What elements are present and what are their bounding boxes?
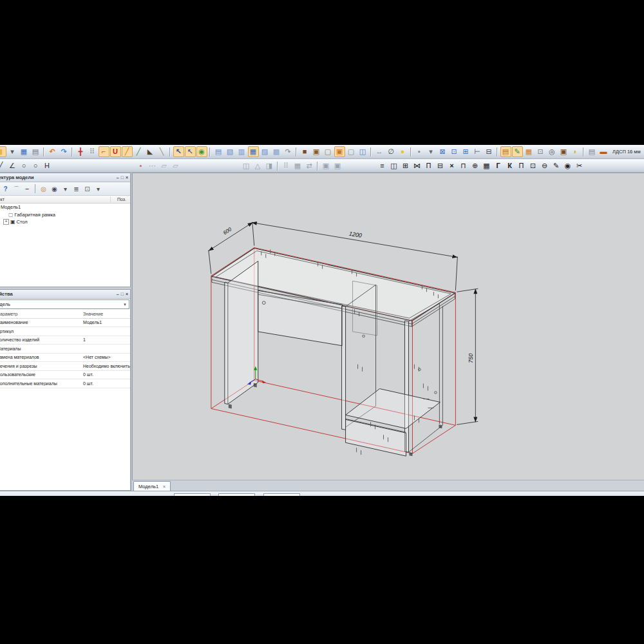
caret-icon[interactable]: ▾ bbox=[426, 146, 437, 157]
cutting-map-icon[interactable]: ▦ bbox=[481, 160, 492, 171]
swap-icon[interactable]: ⇄ bbox=[304, 160, 315, 171]
disable-icon[interactable]: ∅ bbox=[386, 146, 397, 157]
solid-edges-icon[interactable]: ▣ bbox=[311, 146, 322, 157]
eye-icon[interactable]: ◉ bbox=[562, 160, 573, 171]
window-new-icon[interactable]: ⊞ bbox=[460, 146, 471, 157]
y-coordinate-input[interactable]: 688.6 bbox=[218, 493, 255, 496]
select-icon[interactable]: ↖ bbox=[173, 146, 184, 157]
property-row[interactable]: Наименование Модель1 bbox=[0, 319, 130, 328]
select-box-icon[interactable]: ↖ bbox=[185, 146, 196, 157]
view-side-icon[interactable]: ▥ bbox=[236, 146, 247, 157]
tree-item-table[interactable]: + ▣ Стол bbox=[0, 218, 130, 226]
line-tool-icon[interactable]: ╱ bbox=[0, 160, 6, 171]
solid-view-icon[interactable]: ■ bbox=[299, 146, 310, 157]
cube-ghost-icon[interactable]: ▱ bbox=[158, 160, 169, 171]
array-icon[interactable]: ⠿ bbox=[281, 160, 292, 171]
close-button[interactable]: × bbox=[126, 291, 128, 297]
property-row[interactable]: Пользовательские 0 шт. bbox=[0, 371, 130, 380]
tree-item-model[interactable]: Модель1 bbox=[0, 204, 130, 211]
property-row[interactable]: Количество изделий 1 bbox=[0, 336, 130, 345]
table-icon[interactable]: П bbox=[423, 160, 434, 171]
maximize-button[interactable]: □ bbox=[121, 291, 124, 297]
panels-icon[interactable]: ≡ bbox=[377, 160, 388, 171]
cutting-grid-icon[interactable]: ▦ bbox=[524, 146, 535, 157]
ruler-icon[interactable]: ╲ bbox=[156, 146, 167, 157]
column-divider[interactable] bbox=[110, 196, 111, 202]
door-icon[interactable]: ◫ bbox=[388, 160, 399, 171]
light-icon[interactable]: ● bbox=[397, 146, 408, 157]
close-button[interactable]: × bbox=[126, 175, 128, 180]
edit-model-icon[interactable]: ✎ bbox=[512, 146, 523, 157]
panel-material-icon[interactable]: ▬ bbox=[598, 146, 609, 157]
split-view-icon[interactable]: ◫ bbox=[357, 146, 368, 157]
caret-icon[interactable]: ▾ bbox=[93, 184, 104, 194]
move-axes-icon[interactable]: ╋ bbox=[75, 146, 86, 157]
angle-tool-icon[interactable]: ∠ bbox=[7, 160, 18, 171]
property-row[interactable]: Дополнительные материалы 0 шт. bbox=[0, 379, 130, 388]
material-box-icon[interactable]: ▣ bbox=[558, 146, 569, 157]
pencil-icon[interactable]: ✎ bbox=[551, 160, 562, 171]
view-iso-icon[interactable]: ▦ bbox=[248, 146, 259, 157]
corner-snap-icon[interactable]: ⌐ bbox=[99, 146, 109, 157]
roof-icon[interactable]: △ bbox=[252, 160, 263, 171]
property-row[interactable]: Замена материалов <Нет схемы> bbox=[0, 354, 130, 363]
edit-k-icon[interactable]: К bbox=[504, 160, 515, 171]
rotate-copy-icon[interactable]: ◨ bbox=[264, 160, 275, 171]
scissors-icon[interactable]: ✂ bbox=[574, 160, 585, 171]
new-model-icon[interactable]: ▮ bbox=[0, 146, 6, 157]
model-viewport[interactable]: 1200 600 750 bbox=[132, 173, 644, 480]
expand-icon[interactable]: + bbox=[3, 219, 9, 225]
property-row[interactable]: Материалы bbox=[0, 345, 130, 354]
cut-x-icon[interactable]: × bbox=[446, 160, 457, 171]
orbit-icon[interactable]: ◉ bbox=[196, 146, 207, 157]
beam-tool-icon[interactable]: H bbox=[42, 160, 53, 171]
cube-ghost2-icon[interactable]: ▱ bbox=[170, 160, 181, 171]
wireframe-view-icon[interactable]: ▢ bbox=[323, 146, 334, 157]
redo-icon[interactable]: ↷ bbox=[59, 146, 70, 157]
bracket-icon[interactable]: П bbox=[516, 160, 527, 171]
print-icon[interactable]: ▤ bbox=[30, 146, 41, 157]
eraser-icon[interactable]: ⊖ bbox=[539, 160, 550, 171]
frame-icon[interactable]: ⊞ bbox=[400, 160, 411, 171]
x-coordinate-input[interactable]: 682.8 bbox=[174, 493, 211, 496]
property-row[interactable]: Артикул bbox=[0, 327, 130, 336]
rotate-view-icon[interactable]: ↷ bbox=[283, 146, 294, 157]
window-icon[interactable]: ⊡ bbox=[449, 146, 460, 157]
tree-column-header[interactable]: Объект Поз. bbox=[0, 196, 130, 204]
caret-icon[interactable]: ▾ bbox=[61, 184, 71, 194]
copy-box-icon[interactable]: ⊡ bbox=[527, 160, 538, 171]
curve-icon[interactable]: ⌒ bbox=[12, 184, 22, 194]
maximize-button[interactable]: □ bbox=[121, 175, 124, 180]
fitting-icon[interactable]: ⊕ bbox=[469, 160, 480, 171]
line-snap-icon[interactable]: ╱ bbox=[122, 146, 133, 157]
page2-icon[interactable]: ▣ bbox=[332, 160, 343, 171]
window-down-icon[interactable]: ⊟ bbox=[484, 146, 495, 157]
left-side-panel[interactable] bbox=[225, 261, 258, 408]
view-back-icon[interactable]: ▨ bbox=[260, 146, 270, 157]
wrench-icon[interactable]: ⊢ bbox=[472, 146, 483, 157]
grid-array-icon[interactable]: ▦ bbox=[292, 160, 303, 171]
view-front-icon[interactable]: ▤ bbox=[213, 146, 224, 157]
object-selector-dropdown[interactable]: Модель ▼ bbox=[0, 299, 129, 309]
copy-panel-icon[interactable]: ▤ bbox=[587, 146, 598, 157]
box-op-icon[interactable]: ⊟ bbox=[435, 160, 446, 171]
arc-tool-icon[interactable]: ○ bbox=[30, 160, 41, 171]
tab-close-icon[interactable]: × bbox=[163, 484, 166, 489]
wedge-icon[interactable]: ◗ bbox=[570, 146, 581, 157]
mirror-icon[interactable]: ◫ bbox=[241, 160, 252, 171]
save-icon[interactable]: ▦ bbox=[19, 146, 30, 157]
hidden-lines-icon[interactable]: ▣ bbox=[334, 146, 345, 157]
circle-tool-icon[interactable]: ○ bbox=[19, 160, 30, 171]
preview-icon[interactable]: ◎ bbox=[39, 184, 49, 194]
remove-object-icon[interactable]: − bbox=[23, 184, 33, 194]
tree-item-bounding-frame[interactable]: ▢ Габаритная рамка bbox=[0, 211, 130, 219]
magnet-snap-icon[interactable]: U bbox=[110, 146, 121, 157]
tab-model1[interactable]: Модель1 × bbox=[133, 481, 171, 491]
minimize-button[interactable]: – bbox=[117, 291, 119, 297]
pan-icon[interactable]: ↔ bbox=[374, 146, 385, 157]
corner-icon[interactable]: Г bbox=[493, 160, 504, 171]
page-icon[interactable]: ▣ bbox=[321, 160, 332, 171]
list-mode-icon[interactable]: ≣ bbox=[71, 184, 82, 194]
view-custom-icon[interactable]: ▩ bbox=[271, 146, 282, 157]
io-icon[interactable]: ⊡ bbox=[535, 146, 546, 157]
